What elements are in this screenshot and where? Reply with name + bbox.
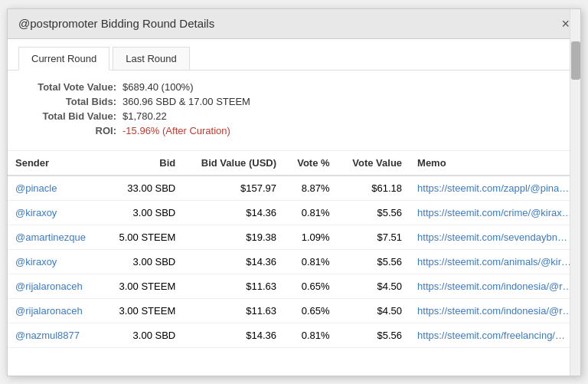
table-row: @rijalaronaceh 3.00 STEEM $11.63 0.65% $… bbox=[8, 298, 580, 323]
tab-current-round[interactable]: Current Round bbox=[18, 47, 109, 71]
total-vote-value: $689.40 (100%) bbox=[122, 81, 194, 93]
cell-sender[interactable]: @nazmul8877 bbox=[8, 323, 103, 347]
cell-bid: 3.00 SBD bbox=[103, 323, 183, 347]
cell-sender[interactable]: @rijalaronaceh bbox=[8, 274, 103, 298]
cell-vote-value: $7.51 bbox=[338, 225, 410, 249]
cell-bid-value: $14.36 bbox=[183, 249, 284, 274]
cell-memo[interactable]: https://steemit.com/indonesia/@rijalaron… bbox=[410, 298, 580, 323]
cell-bid-value: $11.63 bbox=[183, 274, 284, 298]
total-vote-label: Total Vote Value: bbox=[23, 81, 122, 93]
cell-vote-pct: 0.65% bbox=[284, 298, 338, 323]
cell-memo[interactable]: https://steemit.com/animals/@kiraxoy/an bbox=[410, 249, 580, 274]
bids-table: Sender Bid Bid Value (USD) Vote % Vote V… bbox=[8, 151, 580, 348]
cell-vote-pct: 0.65% bbox=[284, 274, 338, 298]
col-bid-value: Bid Value (USD) bbox=[183, 151, 284, 176]
cell-vote-value: $5.56 bbox=[338, 200, 410, 225]
cell-bid-value: $14.36 bbox=[183, 200, 284, 225]
col-vote-pct: Vote % bbox=[284, 151, 338, 176]
col-sender: Sender bbox=[8, 151, 103, 176]
close-button[interactable]: × bbox=[561, 17, 570, 31]
cell-bid: 3.00 STEEM bbox=[103, 274, 183, 298]
cell-vote-pct: 1.09% bbox=[284, 225, 338, 249]
modal-header: @postpromoter Bidding Round Details × bbox=[8, 9, 580, 39]
cell-sender[interactable]: @rijalaronaceh bbox=[8, 298, 103, 323]
roi-label: ROI: bbox=[23, 125, 122, 136]
col-memo: Memo bbox=[410, 151, 580, 176]
cell-sender[interactable]: @pinacle bbox=[8, 176, 103, 201]
table-row: @kiraxoy 3.00 SBD $14.36 0.81% $5.56 htt… bbox=[8, 249, 580, 274]
cell-vote-pct: 0.81% bbox=[284, 200, 338, 225]
cell-bid: 3.00 SBD bbox=[103, 200, 183, 225]
summary-section: Total Vote Value: $689.40 (100%) Total B… bbox=[8, 71, 580, 151]
total-bids-label: Total Bids: bbox=[23, 96, 122, 107]
cell-vote-value: $4.50 bbox=[338, 274, 410, 298]
cell-bid-value: $11.63 bbox=[183, 298, 284, 323]
cell-memo[interactable]: https://steemit.com/indonesia/@rijalaron… bbox=[410, 274, 580, 298]
tab-last-round[interactable]: Last Round bbox=[113, 47, 190, 70]
cell-vote-pct: 0.81% bbox=[284, 249, 338, 274]
cell-bid: 33.00 SBD bbox=[103, 176, 183, 201]
roi-value: -15.96% (After Curation) bbox=[122, 125, 230, 136]
cell-memo[interactable]: https://steemit.com/crime/@kiraxoy/unfo bbox=[410, 200, 580, 225]
cell-vote-pct: 8.87% bbox=[284, 176, 338, 201]
cell-vote-value: $5.56 bbox=[338, 323, 410, 347]
total-bids-row: Total Bids: 360.96 SBD & 17.00 STEEM bbox=[23, 96, 565, 107]
scrollbar-track[interactable] bbox=[570, 9, 580, 376]
total-vote-row: Total Vote Value: $689.40 (100%) bbox=[23, 81, 565, 93]
cell-vote-pct: 0.81% bbox=[284, 323, 338, 347]
cell-bid: 3.00 STEEM bbox=[103, 298, 183, 323]
cell-vote-value: $5.56 bbox=[338, 249, 410, 274]
roi-row: ROI: -15.96% (After Curation) bbox=[23, 125, 565, 136]
cell-vote-value: $61.18 bbox=[338, 176, 410, 201]
cell-sender[interactable]: @amartinezque bbox=[8, 225, 103, 249]
col-vote-value: Vote Value bbox=[338, 151, 410, 176]
tabs-container: Current Round Last Round bbox=[8, 39, 580, 71]
cell-sender[interactable]: @kiraxoy bbox=[8, 249, 103, 274]
modal: @postpromoter Bidding Round Details × Cu… bbox=[7, 8, 581, 376]
cell-bid-value: $14.36 bbox=[183, 323, 284, 347]
cell-bid: 5.00 STEEM bbox=[103, 225, 183, 249]
cell-memo[interactable]: https://steemit.com/zappl/@pinacle/cryp bbox=[410, 176, 580, 201]
table-container: Sender Bid Bid Value (USD) Vote % Vote V… bbox=[8, 151, 580, 348]
total-bid-value-row: Total Bid Value: $1,780.22 bbox=[23, 110, 565, 122]
total-bid-value-label: Total Bid Value: bbox=[23, 110, 122, 122]
total-bid-value: $1,780.22 bbox=[122, 110, 167, 122]
cell-bid: 3.00 SBD bbox=[103, 249, 183, 274]
table-header-row: Sender Bid Bid Value (USD) Vote % Vote V… bbox=[8, 151, 580, 176]
cell-sender[interactable]: @kiraxoy bbox=[8, 200, 103, 225]
cell-vote-value: $4.50 bbox=[338, 298, 410, 323]
table-row: @kiraxoy 3.00 SBD $14.36 0.81% $5.56 htt… bbox=[8, 200, 580, 225]
cell-bid-value: $157.97 bbox=[183, 176, 284, 201]
table-row: @pinacle 33.00 SBD $157.97 8.87% $61.18 … bbox=[8, 176, 580, 201]
cell-memo[interactable]: https://steemit.com/sevendaybnwchaller bbox=[410, 225, 580, 249]
table-row: @nazmul8877 3.00 SBD $14.36 0.81% $5.56 … bbox=[8, 323, 580, 347]
total-bids-value: 360.96 SBD & 17.00 STEEM bbox=[122, 96, 250, 107]
table-row: @rijalaronaceh 3.00 STEEM $11.63 0.65% $… bbox=[8, 274, 580, 298]
col-bid: Bid bbox=[103, 151, 183, 176]
cell-bid-value: $19.38 bbox=[183, 225, 284, 249]
scrollbar-thumb[interactable] bbox=[571, 41, 580, 80]
cell-memo[interactable]: https://steemit.com/freelancing/@nazmul bbox=[410, 323, 580, 347]
modal-title: @postpromoter Bidding Round Details bbox=[18, 17, 214, 30]
table-row: @amartinezque 5.00 STEEM $19.38 1.09% $7… bbox=[8, 225, 580, 249]
